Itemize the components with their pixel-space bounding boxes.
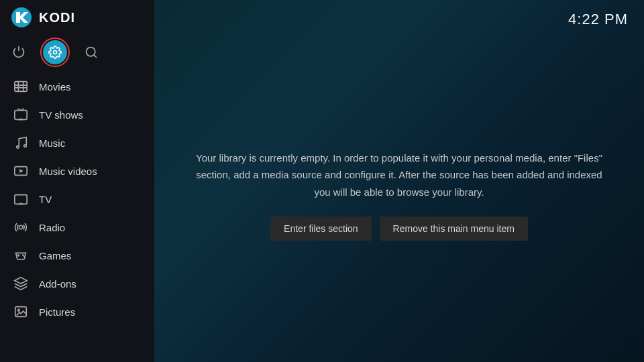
svg-point-11 bbox=[23, 255, 23, 255]
movies-icon bbox=[13, 79, 28, 94]
svg-rect-5 bbox=[15, 82, 27, 92]
svg-marker-8 bbox=[19, 169, 23, 173]
addons-icon bbox=[13, 276, 28, 291]
pictures-icon bbox=[13, 304, 28, 319]
center-content: Your library is currently empty. In orde… bbox=[154, 28, 644, 362]
sidebar-item-tv-label: TV bbox=[39, 194, 52, 205]
sidebar-item-pictures[interactable]: Pictures bbox=[0, 298, 154, 326]
sidebar-item-music-label: Music bbox=[39, 137, 65, 149]
sidebar-header: KODI bbox=[0, 0, 154, 35]
search-button[interactable] bbox=[79, 40, 103, 64]
svg-rect-9 bbox=[15, 195, 27, 204]
sidebar-item-games[interactable]: Games bbox=[0, 241, 154, 269]
sidebar-item-music[interactable]: Music bbox=[0, 129, 154, 157]
svg-point-14 bbox=[17, 309, 19, 311]
sidebar-item-tv-shows[interactable]: TV shows bbox=[0, 101, 154, 129]
sidebar-item-music-videos[interactable]: Music videos bbox=[0, 157, 154, 185]
sidebar-item-tv[interactable]: TV bbox=[0, 185, 154, 213]
sidebar-item-music-videos-label: Music videos bbox=[39, 166, 97, 177]
settings-button[interactable] bbox=[43, 40, 67, 64]
music-icon bbox=[13, 135, 28, 150]
sidebar-item-radio-label: Radio bbox=[39, 222, 65, 233]
sidebar-item-radio[interactable]: Radio bbox=[0, 213, 154, 241]
svg-line-4 bbox=[94, 55, 97, 58]
sidebar-item-pictures-label: Pictures bbox=[39, 306, 75, 318]
nav-menu: Movies TV shows Music bbox=[0, 70, 154, 362]
music-videos-icon bbox=[13, 164, 28, 178]
main-content: 4:22 PM Your library is currently empty.… bbox=[154, 0, 644, 362]
sidebar-item-add-ons-label: Add-ons bbox=[39, 278, 76, 290]
empty-library-message: Your library is currently empty. In orde… bbox=[195, 149, 604, 201]
app-title: KODI bbox=[39, 10, 75, 25]
time-display: 4:22 PM bbox=[568, 11, 628, 28]
sidebar-item-movies[interactable]: Movies bbox=[0, 72, 154, 101]
sidebar-item-add-ons[interactable]: Add-ons bbox=[0, 269, 154, 298]
kodi-logo-icon bbox=[11, 7, 32, 28]
remove-menu-item-button[interactable]: Remove this main menu item bbox=[380, 217, 528, 241]
svg-rect-6 bbox=[15, 111, 27, 120]
power-button[interactable] bbox=[7, 40, 31, 64]
sidebar-item-movies-label: Movies bbox=[39, 81, 71, 93]
tv-shows-icon bbox=[13, 107, 28, 122]
svg-point-2 bbox=[54, 51, 57, 54]
sidebar-item-tv-shows-label: TV shows bbox=[39, 109, 83, 121]
top-bar: 4:22 PM bbox=[154, 0, 644, 28]
header-icons-row bbox=[0, 35, 154, 70]
action-buttons: Enter files section Remove this main men… bbox=[270, 217, 528, 241]
tv-icon bbox=[13, 192, 28, 206]
radio-icon bbox=[13, 220, 28, 235]
games-icon bbox=[13, 248, 28, 263]
svg-point-10 bbox=[19, 225, 23, 229]
enter-files-button[interactable]: Enter files section bbox=[270, 217, 372, 241]
sidebar-item-games-label: Games bbox=[39, 250, 71, 261]
sidebar: KODI bbox=[0, 0, 154, 362]
